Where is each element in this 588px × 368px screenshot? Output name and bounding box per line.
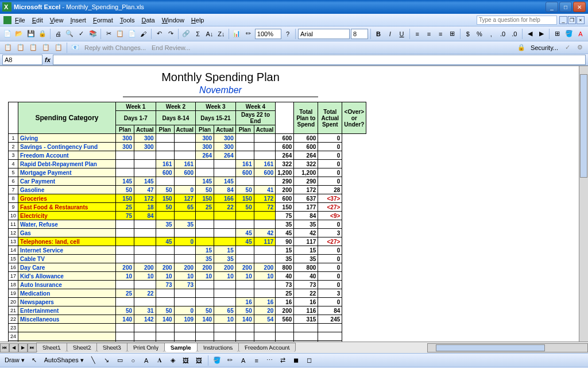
table-row[interactable]: 19Medication252225223	[9, 289, 366, 298]
new-button[interactable]: 📄	[2, 28, 13, 40]
menu-format[interactable]: Format	[90, 16, 117, 25]
drawing-button[interactable]: ✏	[243, 28, 254, 40]
3d-button[interactable]: ◻	[304, 355, 315, 366]
chart-button[interactable]: 📊	[231, 28, 242, 40]
line-button[interactable]: ╲	[88, 355, 99, 366]
rev-btn1[interactable]: 📋	[2, 42, 14, 53]
select-objects-button[interactable]: ↖	[29, 355, 40, 366]
table-row[interactable]: 14Internet Service151515150	[9, 246, 366, 255]
linecolor-button[interactable]: ✏	[225, 355, 236, 366]
undo-button[interactable]: ↶	[154, 28, 164, 40]
cut-button[interactable]: ✂	[103, 28, 114, 40]
name-box[interactable]	[2, 55, 42, 65]
picture-button[interactable]: 🖼	[194, 355, 205, 366]
table-row[interactable]: 23	[9, 324, 366, 332]
fontcolor-button[interactable]: A	[238, 355, 249, 366]
sheet-tab-sheet1[interactable]: Sheet1	[36, 343, 67, 352]
maximize-button[interactable]: □	[559, 2, 572, 12]
comma-button[interactable]: ,	[486, 28, 496, 40]
arrowstyle-button[interactable]: ⇄	[277, 355, 289, 366]
autoshapes-menu[interactable]: AutoShapes ▾	[42, 356, 86, 364]
draw-menu[interactable]: Draw ▾	[2, 356, 27, 364]
tab-next-button[interactable]: ▶	[18, 343, 28, 352]
rev-btn2[interactable]: 📋	[15, 42, 26, 53]
format-painter-button[interactable]: 🖌	[138, 28, 149, 40]
table-row[interactable]: 13Telephones: land, cell4504511790117<27…	[9, 237, 366, 246]
oval-button[interactable]: ○	[127, 355, 139, 366]
copy-button[interactable]: 📋	[115, 28, 125, 40]
dec-decimal-button[interactable]: .0	[509, 28, 520, 40]
inc-indent-button[interactable]: ▶	[536, 28, 547, 40]
rev-btn4[interactable]: 📋	[40, 42, 52, 53]
table-row[interactable]: 1Giving3003003003006006000	[9, 134, 366, 143]
italic-button[interactable]: I	[385, 28, 395, 40]
rev-btn3[interactable]: 📋	[28, 42, 39, 53]
end-review-button[interactable]: End Review...	[149, 44, 192, 51]
sheet-tab-instructions[interactable]: Instructions	[197, 343, 239, 352]
border-button[interactable]: ⊞	[552, 28, 562, 40]
save-button[interactable]: 💾	[26, 28, 36, 40]
spell-button[interactable]: ✓	[76, 28, 87, 40]
doc-restore-button[interactable]: ❐	[568, 16, 576, 24]
menu-insert[interactable]: Insert	[67, 16, 90, 25]
redo-button[interactable]: ↷	[165, 28, 176, 40]
security-icon[interactable]: 🔒	[516, 42, 527, 53]
table-row[interactable]: 2Savings - Contingency Fund3003003003006…	[9, 143, 366, 151]
table-row[interactable]: 21Entertainment50315005065502020011684	[9, 306, 366, 315]
rev-btn5[interactable]: 📋	[53, 42, 64, 53]
table-row[interactable]: 18Auto Insurance737373730	[9, 281, 366, 289]
sheet-tab-sheet2[interactable]: Sheet2	[67, 343, 98, 352]
fill-button[interactable]: 🪣	[564, 28, 574, 40]
zoom-input[interactable]	[255, 29, 281, 39]
reply-changes-button[interactable]: Reply with Changes...	[82, 44, 148, 51]
tab-last-button[interactable]: ⏭	[28, 343, 37, 352]
merge-button[interactable]: ⊞	[447, 28, 457, 40]
research-button[interactable]: 📚	[88, 28, 98, 40]
sheet-tab-print-only[interactable]: Print Only	[127, 343, 165, 352]
align-center-button[interactable]: ≡	[424, 28, 434, 40]
font-input[interactable]	[298, 29, 350, 39]
table-row[interactable]: 12Gas454245423	[9, 229, 366, 237]
align-right-button[interactable]: ≡	[435, 28, 446, 40]
doc-close-button[interactable]: ×	[577, 16, 585, 24]
tab-prev-button[interactable]: ◀	[9, 343, 18, 352]
spreadsheet-area[interactable]: Monthly Spending Plan November Spending …	[0, 66, 588, 342]
table-row[interactable]: 24	[9, 332, 366, 341]
menu-tools[interactable]: Tools	[117, 16, 138, 25]
underline-button[interactable]: U	[396, 28, 407, 40]
font-color-button[interactable]: A	[575, 28, 586, 40]
fillcolor-button[interactable]: 🪣	[211, 355, 223, 366]
diagram-button[interactable]: ◈	[167, 355, 179, 366]
security-button[interactable]: Security...	[528, 44, 560, 51]
shadow-button[interactable]: ◼	[291, 355, 302, 366]
sheet-tab-freedom-account[interactable]: Freedom Account	[238, 343, 296, 352]
table-row[interactable]: 20Newspapers161616160	[9, 298, 366, 306]
table-row[interactable]: 9Fast Food & Restaurants2518506525225072…	[9, 203, 366, 212]
dashstyle-button[interactable]: ⋯	[264, 355, 276, 366]
horizontal-scrollbar[interactable]	[427, 343, 588, 352]
arrow-button[interactable]: ↘	[101, 355, 113, 366]
sheet-tab-sheet3[interactable]: Sheet3	[96, 343, 127, 352]
sheet-tab-sample[interactable]: Sample	[164, 343, 198, 352]
table-row[interactable]: 10Electricity75847584<9>	[9, 212, 366, 220]
inc-decimal-button[interactable]: .0	[497, 28, 508, 40]
menu-file[interactable]: File	[11, 16, 29, 25]
table-row[interactable]: 6Car Payment1451451451452902900	[9, 177, 366, 186]
minimize-button[interactable]: _	[546, 2, 558, 12]
menu-help[interactable]: Help	[188, 16, 208, 25]
tab-first-button[interactable]: ⏮	[0, 343, 9, 352]
help-search-input[interactable]	[477, 16, 557, 25]
sum-button[interactable]: Σ	[193, 28, 203, 40]
align-left-button[interactable]: ≡	[412, 28, 423, 40]
table-row[interactable]: 22Miscellaneous1401421401091401014054560…	[9, 315, 366, 324]
table-row[interactable]: 7Gasoline50475005084504120017228	[9, 186, 366, 194]
clipart-button[interactable]: 🖼	[180, 355, 192, 366]
rect-button[interactable]: ▭	[114, 355, 126, 366]
bold-button[interactable]: B	[373, 28, 384, 40]
table-row[interactable]: 11Water, Refuse353535350	[9, 220, 366, 229]
wordart-button[interactable]: 𝐀	[154, 355, 165, 366]
fx-icon[interactable]: fx	[45, 56, 51, 63]
linestyle-button[interactable]: ≡	[251, 355, 262, 366]
close-button[interactable]: ✕	[573, 2, 586, 12]
paste-button[interactable]: 📄	[126, 28, 137, 40]
